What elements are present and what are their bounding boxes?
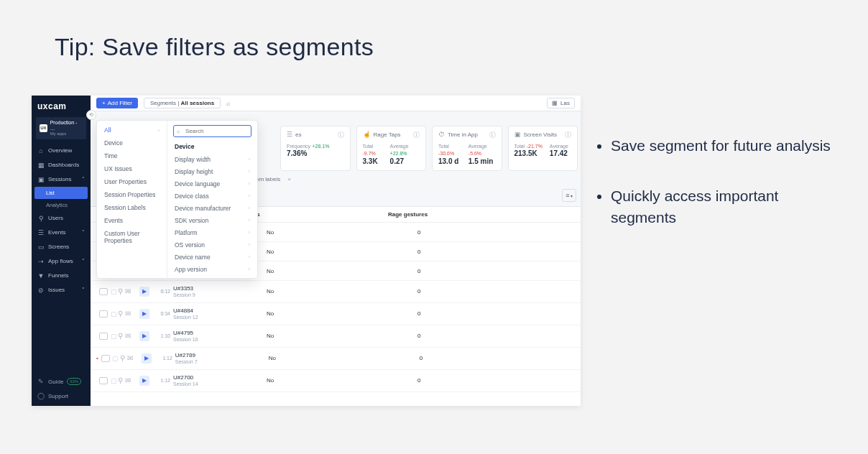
sidebar-item-app-flows[interactable]: ⇢App flows˅ [32,254,91,269]
info-icon[interactable]: i [565,131,571,138]
stat-card-es[interactable]: ☰esiFrequency +28.1%7.36% [280,126,351,171]
add-filter-label: Add Filter [108,100,132,106]
sidebar-support[interactable]: ◯ Support [32,389,91,403]
filter-option-os-version[interactable]: OS version› [167,238,257,251]
crash-value: No [269,355,420,361]
crash-value: No [267,333,417,339]
filter-category-time[interactable]: Time [97,149,167,162]
table-row[interactable]: ▢ ⚲ ✉ ▶ 0:34 U#4884 Session 12 No 0 [91,303,581,325]
bullet-1: Save segment for future analysis [611,135,848,157]
nav-label: Users [48,215,63,221]
row-checkbox[interactable] [99,333,108,340]
filter-category-all[interactable]: All › [97,124,167,136]
info-icon[interactable]: i [413,131,420,138]
filter-category-user-properties[interactable]: User Properties [97,175,167,188]
bookmark-icon[interactable]: ▢ [109,310,118,318]
col-rage[interactable]: Rage gestures [388,211,575,218]
table-row[interactable]: • ▢ ⚲ ✉ ▶ 1:12 U#2789 Session 7 No 0 [91,348,581,370]
user-id[interactable]: U#3353 [173,285,267,292]
filter-option-platform[interactable]: Platform› [167,226,257,238]
row-checkbox[interactable] [99,288,108,295]
session-duration: 1:12 [155,356,172,361]
nav-icon: ▭ [37,244,45,251]
date-picker[interactable]: ▦ Las [547,98,575,108]
info-icon[interactable]: i [338,131,344,138]
bookmark-icon[interactable]: ▢ [109,377,118,384]
sidebar-item-events[interactable]: ☰Events˅ [32,226,91,240]
search-icon[interactable]: ⌕ [226,100,230,107]
stat-value: 7.36% [287,149,329,158]
filter-option-display-width[interactable]: Display width› [167,153,257,165]
table-row[interactable]: ▢ ⚲ ✉ ▶ 0:12 U#3353 Session 9 No 0 [91,281,581,303]
filter-option-device-language[interactable]: Device language› [167,177,257,190]
play-button[interactable]: ▶ [139,309,149,319]
sidebar-subitem-analytics[interactable]: Analytics [32,199,91,211]
sidebar-subitem-list[interactable]: List [34,187,88,199]
table-row[interactable]: ▢ ⚲ ✉ ▶ 1:10 U#4795 Session 16 No 0 [91,325,581,348]
filter-category-label: Session Properties [104,191,155,198]
filter-options-panel: ⌕ Device Display width›Display height›De… [167,121,257,278]
stat-card-screen-visits[interactable]: ▣Screen VisitsiTotal -21.7%213.5KAverage… [508,126,578,171]
user-id[interactable]: U#4884 [173,307,267,315]
row-checkbox[interactable] [101,355,110,362]
filter-categories: All › DeviceTimeUX IssuesUser Properties… [97,121,167,278]
add-filter-button[interactable]: + Add Filter [96,98,138,108]
sidebar-item-dashboards[interactable]: ▦Dashboards [32,158,91,172]
crash-value: No [267,249,417,255]
filter-option-sdk-version[interactable]: SDK version› [167,214,257,226]
row-checkbox[interactable] [99,310,108,318]
filter-category-events[interactable]: Events [97,214,167,227]
col-crashes[interactable]: Crashes [237,211,388,218]
filter-option-label: Device class [175,193,209,200]
workspace-switcher[interactable]: UX Production - … My apps [36,117,86,139]
bookmark-icon[interactable]: ▢ [111,355,120,362]
sidebar-item-sessions[interactable]: ▣Sessions˄ [32,172,91,187]
chip-close-icon[interactable]: × [287,176,291,182]
filter-option-label: Display width [175,156,211,163]
sidebar-item-users[interactable]: ⚲Users [32,211,91,226]
filter-option-device-class[interactable]: Device class› [167,190,257,202]
play-button[interactable]: ▶ [139,376,149,386]
row-checkbox[interactable] [99,377,108,384]
stat-delta: +28.1% [312,144,329,149]
filter-category-device[interactable]: Device [97,136,167,149]
stat-delta: -5.6% [468,151,481,156]
view-toggle-button[interactable]: ≡ ▾ [562,189,576,202]
filter-category-session-labels[interactable]: Session Labels [97,201,167,214]
filter-option-device-name[interactable]: Device name› [167,251,257,263]
filter-option-display-height[interactable]: Display height› [167,165,257,177]
bookmark-icon[interactable]: ▢ [109,288,118,295]
sidebar-item-funnels[interactable]: ▼Funnels [32,269,91,283]
filter-option-label: Platform [175,229,198,236]
sidebar-guide[interactable]: ✎ Guide 92% [32,374,91,389]
filter-chip[interactable]: om labels × [256,176,291,182]
info-icon[interactable]: i [489,131,496,138]
filter-category-ux-issues[interactable]: UX Issues [97,162,167,175]
rage-value: 0 [417,229,575,236]
filter-category-session-properties[interactable]: Session Properties [97,188,167,201]
nav-icon: ⚲ [37,215,45,222]
stat-label: Total [363,144,374,149]
sidebar-item-issues[interactable]: ⊘Issues˅ [32,283,91,297]
stat-card-rage-taps[interactable]: ☝Rage TapsiTotal -9.7%3.3KAverage +22.8%… [356,126,427,171]
play-button[interactable]: ▶ [139,331,149,341]
bookmark-icon[interactable]: ▢ [109,333,118,340]
filter-search-input[interactable] [173,125,251,137]
collapse-toggle[interactable]: ⟲ [86,110,96,120]
crash-value: No [267,229,417,236]
user-id[interactable]: U#4795 [173,330,267,337]
play-button[interactable]: ▶ [142,353,152,363]
user-id[interactable]: U#2700 [173,374,267,381]
stat-card-time-in-app[interactable]: ⏱Time in AppiTotal -30.6%13.0 dAverage -… [432,126,502,171]
sidebar-item-screens[interactable]: ▭Screens [32,240,91,254]
segments-selector[interactable]: Segments | All sessions [144,98,221,108]
filter-option-app-version[interactable]: App version› [167,263,257,275]
rage-value: 0 [417,333,575,339]
play-button[interactable]: ▶ [139,287,149,297]
filter-category-custom-user-properties[interactable]: Custom User Properties [97,227,167,247]
table-row[interactable]: ▢ ⚲ ✉ ▶ 1:12 U#2700 Session 14 No 0 [91,370,581,392]
chevron-right-icon: › [249,169,250,174]
user-id[interactable]: U#2789 [175,352,269,359]
sidebar-item-overview[interactable]: ⌂Overview [32,144,91,158]
filter-option-device-manufacturer[interactable]: Device manufacturer› [167,202,257,214]
